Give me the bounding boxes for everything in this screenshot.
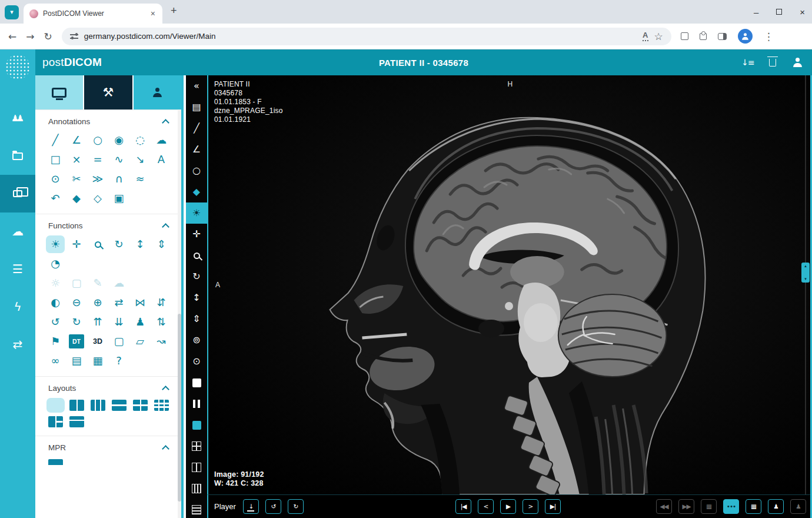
- folders-icon[interactable]: [0, 137, 35, 175]
- tab-patient[interactable]: [134, 75, 181, 109]
- polyline-icon[interactable]: ∿: [111, 152, 127, 167]
- rotate-icon[interactable]: ↻: [186, 266, 207, 287]
- ellipse-icon[interactable]: ◌: [132, 133, 148, 147]
- loop-backward-button[interactable]: ↺: [265, 499, 281, 514]
- panel-scroll-thumb[interactable]: [178, 314, 181, 502]
- point-icon[interactable]: ⊙: [48, 172, 63, 186]
- draw-icon[interactable]: ✎: [90, 276, 105, 290]
- url-text[interactable]: germany.postdicom.com/Viewer/Main: [84, 32, 637, 41]
- previous-frame-button[interactable]: <: [478, 499, 494, 514]
- orbit-icon[interactable]: ⊙: [186, 351, 207, 372]
- invert-icon[interactable]: ◐: [48, 295, 63, 310]
- sort-icon[interactable]: ↓≡: [741, 56, 754, 69]
- expand-vertical-icon[interactable]: ⇈: [90, 315, 105, 329]
- flow-icon[interactable]: ≫: [90, 172, 105, 186]
- next-patient-button[interactable]: ♟: [790, 499, 806, 514]
- collapse-panel-icon[interactable]: «: [186, 75, 207, 97]
- play-button[interactable]: ▶: [500, 499, 516, 514]
- probe-icon[interactable]: ×: [69, 152, 84, 167]
- tag-icon[interactable]: ⚑: [48, 334, 63, 348]
- rotate-cw-icon[interactable]: ↻: [69, 315, 84, 329]
- next-frame-button[interactable]: >: [523, 499, 538, 514]
- compress-vertical-icon[interactable]: ⇊: [111, 315, 127, 329]
- fast-rewind-button[interactable]: ◀◀: [656, 499, 672, 514]
- tab-display[interactable]: [35, 75, 83, 109]
- zoom-icon[interactable]: [95, 241, 101, 248]
- tab-search-button[interactable]: ▾: [5, 5, 19, 19]
- parallel-lines-icon[interactable]: =: [90, 152, 105, 167]
- text-icon[interactable]: A: [154, 152, 169, 167]
- active-frame-icon[interactable]: [186, 372, 207, 393]
- volume-3d-icon[interactable]: 3D: [90, 334, 105, 348]
- stack-scroll-icon[interactable]: ↕: [186, 287, 207, 308]
- rotate-3d-icon[interactable]: ↝: [154, 334, 169, 348]
- rotate-icon[interactable]: ↻: [111, 237, 127, 251]
- mirror-horizontal-icon[interactable]: ⋈: [132, 295, 148, 310]
- transfer-icon[interactable]: ⇄: [0, 326, 35, 363]
- expand-layout-button[interactable]: ▦: [746, 499, 761, 514]
- delete-study-icon[interactable]: [766, 56, 779, 69]
- layout-stripes-h-icon[interactable]: [186, 499, 207, 518]
- pan-icon[interactable]: ✛: [186, 224, 207, 245]
- reference-lines-icon[interactable]: ▢: [111, 334, 127, 348]
- length-icon[interactable]: ╱: [186, 118, 207, 139]
- previous-patient-button[interactable]: ♟: [768, 499, 784, 514]
- extensions-icon[interactable]: [700, 33, 707, 40]
- patient-orientation-icon[interactable]: ♟: [132, 315, 148, 329]
- forward-icon[interactable]: →: [26, 31, 34, 42]
- shear-icon[interactable]: ▱: [132, 334, 148, 348]
- browser-tab[interactable]: PostDICOM Viewer ×: [24, 4, 162, 24]
- maximize-button[interactable]: [776, 9, 782, 15]
- layouts-header[interactable]: Layouts: [35, 376, 181, 397]
- tab-tools[interactable]: ⚒: [84, 75, 132, 109]
- layout-3x3-icon[interactable]: [154, 400, 169, 411]
- delete-annotation-icon[interactable]: ◆: [186, 181, 207, 202]
- layout-cols-icon[interactable]: [186, 457, 207, 478]
- new-tab-button[interactable]: +: [171, 5, 177, 17]
- zoom-out-icon[interactable]: ⊖: [69, 295, 84, 310]
- mpr-header[interactable]: MPR: [35, 436, 181, 457]
- side-panel-icon[interactable]: [718, 33, 727, 40]
- window-level-icon[interactable]: ☀: [48, 237, 63, 251]
- closed-curve-icon[interactable]: ∩: [111, 172, 127, 186]
- patients-icon[interactable]: ♟♟: [0, 99, 35, 137]
- pan-icon[interactable]: ✛: [69, 237, 84, 251]
- layout-2-rows-icon[interactable]: [69, 416, 84, 427]
- rectangle-icon[interactable]: □: [48, 152, 63, 167]
- dicom-tags-icon[interactable]: DT: [69, 334, 84, 348]
- flip-horizontal-icon[interactable]: ⇄: [111, 295, 127, 310]
- close-tab-icon[interactable]: ×: [149, 9, 157, 18]
- reload-icon[interactable]: ↻: [44, 31, 52, 42]
- fast-forward-button[interactable]: ▶▶: [678, 499, 694, 514]
- delete-all-annotations-icon[interactable]: ◇: [90, 191, 105, 205]
- address-bar[interactable]: germany.postdicom.com/Viewer/Main A ☆: [62, 28, 671, 45]
- delete-annotation-icon[interactable]: ◆: [69, 191, 84, 205]
- translate-icon[interactable]: A: [643, 31, 648, 41]
- first-frame-button[interactable]: |◀: [455, 499, 471, 514]
- arrow-icon[interactable]: ↘: [132, 152, 148, 167]
- quarter-probe-icon[interactable]: ◔: [48, 257, 63, 271]
- freehand-wl-icon[interactable]: ☁: [111, 276, 127, 290]
- angle-icon[interactable]: ∠: [186, 139, 207, 160]
- annotate-image-icon[interactable]: ▦: [90, 354, 105, 368]
- more-options-button[interactable]: •••: [723, 499, 739, 514]
- length-icon[interactable]: ╱: [48, 133, 63, 147]
- ellipse-icon[interactable]: ○: [186, 160, 207, 181]
- app-logo[interactable]: postDICOM: [42, 56, 102, 69]
- viewport[interactable]: PATIENT II034567801.01.1853 - Fdzne_MPRA…: [207, 75, 812, 494]
- layout-1x3-icon[interactable]: [91, 400, 105, 411]
- rotate-ccw-icon[interactable]: ↺: [48, 315, 63, 329]
- pause-icon[interactable]: [186, 393, 207, 414]
- panel-scrollbar[interactable]: [178, 109, 181, 518]
- copy-annotations-icon[interactable]: ▣: [111, 191, 127, 205]
- freehand-icon[interactable]: ☁: [154, 133, 169, 147]
- sort-stack-icon[interactable]: ⇕: [186, 308, 207, 330]
- mpr-preview-icon[interactable]: [48, 459, 63, 465]
- cobb-angle-icon[interactable]: ✂: [69, 172, 84, 186]
- loop-forward-button[interactable]: ↻: [288, 499, 304, 514]
- worklist-icon[interactable]: ☰: [0, 250, 35, 288]
- cine-loop-icon[interactable]: ∞: [48, 354, 63, 368]
- functions-header[interactable]: Functions: [35, 214, 181, 235]
- zoom-in-icon[interactable]: ⊕: [90, 295, 105, 310]
- wl-region-icon[interactable]: ☼: [48, 276, 63, 290]
